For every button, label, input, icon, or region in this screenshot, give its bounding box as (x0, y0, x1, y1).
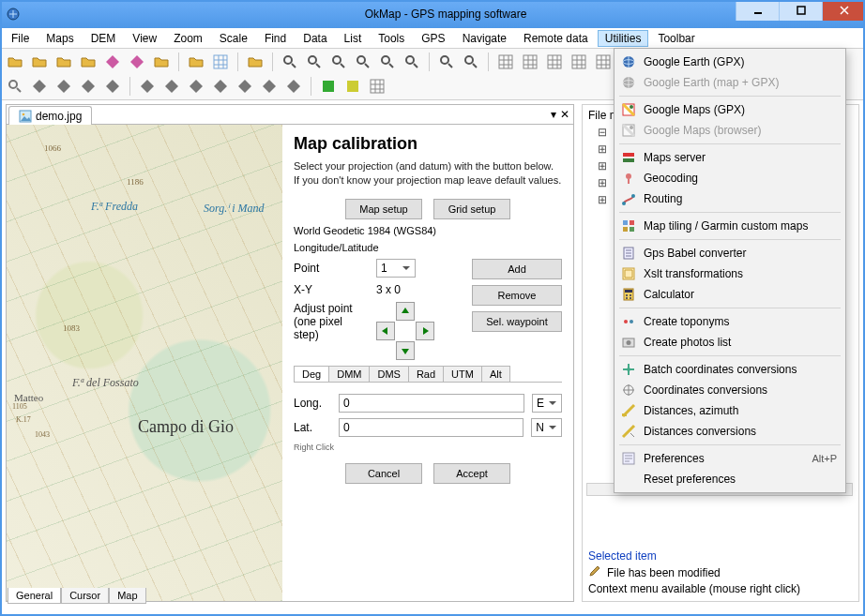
util-routing[interactable]: Routing (617, 188, 842, 209)
toolbar-icon[interactable] (54, 53, 73, 71)
menu-data[interactable]: Data (296, 30, 334, 47)
long-hemi-select[interactable]: E (532, 394, 562, 413)
toolbar-icon[interactable] (30, 53, 49, 71)
menu-file[interactable]: File (4, 30, 37, 47)
toolbar-icon[interactable] (103, 77, 122, 96)
sel-waypoint-button[interactable]: Sel. waypoint (472, 311, 562, 332)
tree-expander[interactable]: ⊞ (598, 176, 607, 189)
arrow-left-button[interactable] (376, 322, 395, 340)
point-select[interactable]: 1 (376, 259, 416, 278)
toolbar-icon[interactable] (103, 53, 122, 71)
arrow-right-button[interactable] (416, 322, 434, 340)
toolbar-icon[interactable] (79, 77, 98, 96)
menu-maps[interactable]: Maps (38, 30, 81, 47)
util-geocoding[interactable]: Geocoding (617, 168, 842, 188)
tree-expander[interactable]: ⊞ (598, 193, 607, 206)
toolbar-icon[interactable] (6, 53, 24, 71)
coord-tab-deg[interactable]: Deg (294, 366, 329, 382)
util-gps-babel-converter[interactable]: Gps Babel converter (617, 243, 842, 263)
arrow-up-button[interactable] (396, 302, 415, 321)
util-distances-conversions[interactable]: Distances conversions (617, 421, 842, 442)
util-preferences[interactable]: PreferencesAlt+P (617, 448, 842, 469)
menu-list[interactable]: List (337, 30, 370, 47)
toolbar-icon[interactable] (545, 53, 564, 71)
cancel-button[interactable]: Cancel (345, 463, 422, 484)
toolbar-icon[interactable] (462, 53, 480, 71)
maximize-button[interactable] (779, 0, 822, 21)
menu-dem[interactable]: DEM (83, 30, 124, 47)
toolbar-icon[interactable] (402, 53, 421, 71)
menu-remote-data[interactable]: Remote data (516, 30, 596, 47)
util-create-photos-list[interactable]: Create photos list (617, 332, 842, 353)
map-canvas[interactable]: F.ª Fredda Sorg.ⁱ i Mand F.ª del Fossato… (7, 125, 282, 601)
toolbar-icon[interactable] (152, 53, 171, 71)
toolbar-icon[interactable] (187, 53, 205, 71)
bottom-tab-general[interactable]: General (8, 588, 61, 604)
menu-utilities[interactable]: Utilities (598, 30, 649, 47)
toolbar-icon[interactable] (329, 53, 348, 71)
tree-expander[interactable]: ⊞ (598, 159, 607, 173)
toolbar-icon[interactable] (211, 77, 230, 96)
toolbar-icon[interactable] (378, 53, 397, 71)
add-button[interactable]: Add (472, 259, 562, 279)
accept-button[interactable]: Accept (433, 463, 510, 484)
toolbar-icon[interactable] (284, 77, 303, 96)
coord-tab-utm[interactable]: UTM (443, 366, 482, 382)
arrow-down-button[interactable] (396, 341, 415, 360)
menu-toolbar[interactable]: Toolbar (650, 30, 702, 47)
minimize-button[interactable] (736, 0, 779, 21)
util-calculator[interactable]: Calculator (617, 284, 842, 305)
toolbar-icon[interactable] (54, 77, 73, 96)
menu-find[interactable]: Find (257, 30, 294, 47)
toolbar-icon[interactable] (235, 77, 254, 96)
lat-hemi-select[interactable]: N (531, 418, 562, 437)
util-create-toponyms[interactable]: Create toponyms (617, 311, 842, 332)
toolbar-icon[interactable] (30, 77, 49, 96)
bottom-tab-map[interactable]: Map (109, 588, 145, 604)
menu-tools[interactable]: Tools (371, 30, 412, 47)
toolbar-icon[interactable] (569, 53, 588, 71)
grid-setup-button[interactable]: Grid setup (433, 199, 510, 219)
util-map-tiling-garmin-custom-maps[interactable]: Map tiling / Garmin custom maps (617, 216, 842, 236)
toolbar-icon[interactable] (354, 53, 372, 71)
toolbar-icon[interactable] (138, 77, 157, 96)
toolbar-icon[interactable] (281, 53, 299, 71)
coord-tab-alt[interactable]: Alt (481, 366, 510, 382)
bottom-tab-cursor[interactable]: Cursor (61, 588, 109, 604)
toolbar-icon[interactable] (187, 77, 205, 96)
toolbar-icon[interactable] (305, 53, 324, 71)
coord-tab-dmm[interactable]: DMM (328, 366, 370, 382)
toolbar-icon[interactable] (211, 53, 230, 71)
toolbar-icon[interactable] (521, 53, 539, 71)
toolbar-icon[interactable] (496, 53, 515, 71)
map-setup-button[interactable]: Map setup (345, 199, 422, 219)
toolbar-icon[interactable] (246, 53, 265, 71)
toolbar-icon[interactable] (128, 53, 146, 71)
toolbar-icon[interactable] (260, 77, 279, 96)
coord-tab-dms[interactable]: DMS (369, 366, 408, 382)
menu-gps[interactable]: GPS (414, 30, 452, 47)
util-google-earth-gpx-[interactable]: Google Earth (GPX) (617, 52, 842, 72)
toolbar-icon[interactable] (594, 53, 613, 71)
lat-input[interactable]: 0 (339, 418, 524, 437)
remove-button[interactable]: Remove (472, 285, 562, 306)
util-xslt-transformations[interactable]: Xslt transformations (617, 263, 842, 284)
util-reset-preferences[interactable]: Reset preferences (617, 469, 842, 489)
toolbar-icon[interactable] (368, 77, 387, 96)
tree-expander[interactable]: ⊞ (598, 143, 607, 156)
menu-view[interactable]: View (125, 30, 164, 47)
util-batch-coordinates-conversions[interactable]: Batch coordinates conversions (617, 359, 842, 380)
close-button[interactable] (822, 0, 865, 21)
menu-scale[interactable]: Scale (212, 30, 255, 47)
tree-expander[interactable]: ⊟ (598, 126, 607, 139)
util-google-maps-gpx-[interactable]: Google Maps (GPX) (617, 99, 842, 120)
dropdown-icon[interactable]: ▾ (551, 108, 556, 121)
toolbar-icon[interactable] (343, 77, 362, 96)
util-distances-azimuth[interactable]: Distances, azimuth (617, 400, 842, 421)
util-coordinates-conversions[interactable]: Coordinates conversions (617, 380, 842, 400)
close-doc-icon[interactable]: ✕ (560, 108, 569, 121)
toolbar-icon[interactable] (437, 53, 456, 71)
toolbar-icon[interactable] (319, 77, 338, 96)
util-maps-server[interactable]: Maps server (617, 147, 842, 168)
document-tab[interactable]: demo.jpg (8, 106, 92, 125)
